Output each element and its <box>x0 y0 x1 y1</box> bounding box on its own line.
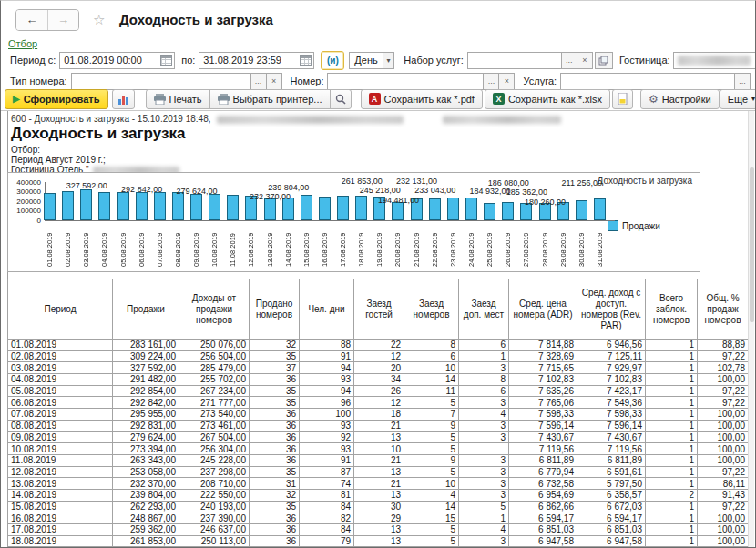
choose-button[interactable]: ... <box>561 52 577 69</box>
period-from-input[interactable]: 01.08.2019 00:00 <box>59 52 175 69</box>
save-document-button[interactable] <box>612 89 633 109</box>
cell: 5 <box>404 535 459 547</box>
back-arrow-icon: ← <box>26 13 38 26</box>
x-axis-label: 06.08.2019 <box>138 223 147 267</box>
cell: 7 <box>404 409 459 421</box>
cell: 285 479,00 <box>179 362 250 374</box>
cell: 92 <box>300 431 354 443</box>
cell: 15 <box>404 512 459 524</box>
bar-value-label: 233 043,00 <box>407 186 464 195</box>
room-type-label: Тип номера: <box>10 76 67 86</box>
preview-button[interactable] <box>330 89 352 109</box>
cell: 15.08.2019 <box>8 501 113 512</box>
x-axis-label: 07.08.2019 <box>156 223 165 267</box>
print-button[interactable]: Печать <box>146 89 210 109</box>
cell: 94 <box>300 362 354 374</box>
cell: 05.08.2019 <box>8 385 113 397</box>
cell: 279 624,00 <box>113 431 179 443</box>
chart-title: Доходность и загрузка <box>598 176 692 186</box>
granularity-select[interactable]: День ▾ <box>349 52 394 69</box>
x-axis-label: 26.08.2019 <box>504 223 513 267</box>
cell: 100,00 <box>698 524 749 536</box>
cell: 11 <box>404 385 459 397</box>
settings-button[interactable]: ⚙ Настройки <box>640 89 720 109</box>
cell: 6 358,57 <box>577 489 646 501</box>
cell: 256 504,00 <box>179 350 250 362</box>
x-axis-label: 02.08.2019 <box>64 223 73 267</box>
calendar-icon[interactable] <box>300 55 312 66</box>
cell: 7 596,14 <box>509 420 577 431</box>
x-axis-label: 24.08.2019 <box>467 223 476 267</box>
chevron-down-icon: ▾ <box>383 53 394 68</box>
cell: 5 <box>404 524 459 536</box>
header-row: ПериодПродажиДоходы от продажи номеровПр… <box>8 279 749 340</box>
chart-bar <box>594 198 606 220</box>
cell: 246 637,00 <box>179 524 250 536</box>
room-label: Номер: <box>291 76 324 86</box>
favorite-star-icon[interactable]: ☆ <box>93 12 105 28</box>
period-variant-button[interactable]: (и) <box>321 51 344 70</box>
cell: 1 <box>646 350 698 362</box>
choose-printer-button[interactable]: Выбрать принтер... <box>209 89 331 109</box>
bar-value-label: 194 481,00 <box>370 196 426 205</box>
service-set-input[interactable] <box>467 52 562 69</box>
cell: 18 <box>354 409 404 421</box>
cell: 6 732,58 <box>509 478 577 490</box>
cell: 273 540,00 <box>179 409 250 421</box>
cell: 10 <box>404 478 459 490</box>
period-to-input[interactable]: 31.08.2019 23:59 <box>199 52 314 69</box>
forward-button[interactable]: → <box>47 10 78 30</box>
filter-link[interactable]: Отбор <box>8 38 37 49</box>
cell: 6 946,56 <box>577 340 646 351</box>
cell: 1 <box>646 501 698 512</box>
cell: 9 <box>404 454 459 466</box>
redacted-hotel-value <box>678 56 751 66</box>
cell: 263 343,00 <box>113 454 179 466</box>
copy-from-icon[interactable] <box>595 52 613 69</box>
cell: 100,00 <box>698 454 749 466</box>
bar-value-label: 211 256,00 <box>554 178 610 188</box>
cell: 1 <box>646 385 698 397</box>
vertical-scrollbar[interactable] <box>748 111 754 548</box>
x-axis-label: 03.08.2019 <box>82 223 91 267</box>
more-button[interactable]: Еще ▾ <box>720 89 756 109</box>
generate-button[interactable]: ▶ Сформировать <box>5 89 108 109</box>
chart-bar <box>355 196 367 220</box>
chart-settings-button[interactable] <box>112 89 135 109</box>
cell: 81 <box>300 489 354 501</box>
cell: 102,78 <box>698 362 749 374</box>
chart-bar <box>576 200 587 220</box>
bar-value-label: 245 218,00 <box>352 186 408 195</box>
scrollbar-thumb[interactable] <box>750 167 754 322</box>
cell: 6 <box>404 350 459 362</box>
cell: 20 <box>354 362 404 374</box>
cell: 291 482,00 <box>113 374 179 386</box>
cell: 88,89 <box>698 340 749 351</box>
cell: 7 328,69 <box>509 350 577 362</box>
cell <box>459 443 509 455</box>
column-header: Заезд гостей <box>354 279 404 340</box>
hotel-input[interactable] <box>673 52 756 69</box>
back-button[interactable]: ← <box>16 10 47 30</box>
table-row: 18.08.2019261 853,00250 113,00367913536 … <box>8 535 749 547</box>
cell: 7 596,14 <box>577 420 646 431</box>
chart-bar <box>227 195 239 220</box>
cell: 5 797,50 <box>577 478 646 490</box>
cell: 31 <box>250 478 300 490</box>
cell: 36 <box>250 443 300 455</box>
cell: 283 161,00 <box>113 340 179 351</box>
cell: 292 831,00 <box>113 420 179 431</box>
chart-bar <box>136 192 148 220</box>
table-row: 09.08.2019279 624,00267 504,00369213537 … <box>8 431 749 443</box>
chart-bar <box>209 194 220 220</box>
cell: 36 <box>250 374 300 386</box>
cell: 250 113,00 <box>179 535 250 547</box>
save-xlsx-button[interactable]: X Сохранить как *.xlsx <box>485 89 610 109</box>
calendar-icon[interactable] <box>160 55 172 66</box>
clear-button[interactable]: × <box>577 52 593 69</box>
cell: 6 594,17 <box>509 512 577 524</box>
table-row: 11.08.2019263 343,00245 228,00369121936 … <box>8 454 749 466</box>
y-axis-tick: 100000 <box>8 207 41 215</box>
chart-bar <box>447 198 459 220</box>
save-pdf-button[interactable]: A Сохранить как *.pdf <box>361 89 483 109</box>
